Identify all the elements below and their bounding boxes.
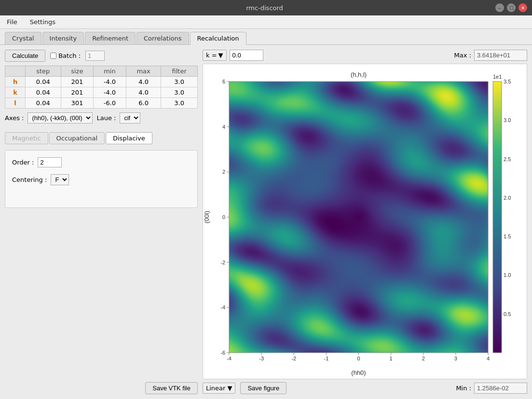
l-size[interactable]: 301 — [61, 98, 94, 109]
linear-dropdown[interactable]: Linear ▼ — [203, 383, 235, 394]
tab-occupational[interactable]: Occupational — [49, 132, 105, 144]
bottom-row-left: Save VTK file — [5, 212, 198, 394]
min-input[interactable] — [474, 383, 527, 394]
plot-container — [203, 64, 527, 379]
minimize-button[interactable]: – — [495, 3, 504, 12]
tab-magnetic[interactable]: Magnetic — [5, 132, 48, 144]
l-min[interactable]: -6.0 — [94, 98, 126, 109]
tab-refinement[interactable]: Refinement — [85, 32, 136, 44]
laue-select[interactable]: cif — [120, 112, 140, 124]
col-step: step — [26, 66, 61, 77]
tab-intensity[interactable]: Intensity — [42, 32, 84, 44]
close-button[interactable]: ✕ — [518, 3, 527, 12]
dropdown-arrow-icon: ▼ — [227, 385, 232, 392]
centering-select[interactable]: F — [51, 174, 69, 185]
chevron-down-icon: ▼ — [218, 52, 223, 59]
axes-label: Axes : — [5, 114, 24, 122]
window-title: rmc-discord — [34, 4, 495, 12]
k-dropdown[interactable]: k = ▼ — [203, 50, 227, 61]
col-min: min — [94, 66, 126, 77]
h-filter[interactable]: 3.0 — [161, 77, 198, 87]
centering-label: Centering : — [12, 176, 47, 183]
k-size[interactable]: 201 — [61, 87, 94, 98]
max-input[interactable] — [474, 50, 527, 61]
k-filter[interactable]: 3.0 — [161, 87, 198, 98]
top-right-row: k = ▼ Max : — [203, 50, 527, 61]
secondary-tabs: Magnetic Occupational Displacive — [5, 132, 198, 144]
k-section: k = ▼ — [203, 50, 263, 61]
tab-crystal[interactable]: Crystal — [5, 32, 41, 44]
max-label: Max : — [454, 52, 471, 59]
k-max[interactable]: 4.0 — [126, 87, 161, 98]
displacive-panel: Order : Centering : F — [5, 150, 198, 208]
max-section: Max : — [454, 50, 527, 61]
window-controls[interactable]: – ☐ ✕ — [495, 3, 527, 12]
row-label-h: h — [5, 77, 26, 87]
linear-label: Linear — [206, 385, 225, 392]
menu-settings[interactable]: Settings — [26, 17, 59, 27]
h-step[interactable]: 0.04 — [26, 77, 61, 87]
right-panel: k = ▼ Max : Linear ▼ — [203, 50, 527, 394]
axes-row: Axes : (hh0), (-kk0), (00l) Laue : cif — [5, 112, 198, 124]
k-min[interactable]: -4.0 — [94, 87, 126, 98]
save-figure-button[interactable]: Save figure — [240, 382, 286, 394]
main-content: Crystal Intensity Refinement Correlation… — [0, 29, 532, 399]
k-value-input[interactable] — [230, 50, 263, 61]
h-max[interactable]: 4.0 — [126, 77, 161, 87]
k-step[interactable]: 0.04 — [26, 87, 61, 98]
menu-bar: File Settings — [0, 15, 532, 29]
menu-file[interactable]: File — [3, 17, 21, 27]
batch-checkbox[interactable] — [50, 53, 56, 59]
title-bar: rmc-discord – ☐ ✕ — [0, 0, 532, 15]
bottom-row-right: Linear ▼ Save figure Min : — [203, 382, 527, 394]
col-empty — [5, 66, 26, 77]
col-size: size — [61, 66, 94, 77]
l-step[interactable]: 0.04 — [26, 98, 61, 109]
laue-label: Laue : — [96, 114, 116, 122]
tab-correlations[interactable]: Correlations — [136, 32, 189, 44]
k-label: k = — [206, 52, 217, 59]
row-label-k: k — [5, 87, 26, 98]
order-label: Order : — [12, 159, 34, 166]
table-row-l: l 0.04 301 -6.0 6.0 3.0 — [5, 98, 198, 109]
left-panel: Calculate Batch : step size min max f — [5, 50, 198, 394]
l-max[interactable]: 6.0 — [126, 98, 161, 109]
content-area: Calculate Batch : step size min max f — [0, 45, 532, 399]
batch-label: Batch : — [50, 52, 81, 59]
tab-recalculation[interactable]: Recalculation — [190, 32, 246, 45]
min-section: Min : — [456, 383, 527, 394]
col-max: max — [126, 66, 161, 77]
table-row-k: k 0.04 201 -4.0 4.0 3.0 — [5, 87, 198, 98]
save-vtk-button[interactable]: Save VTK file — [145, 382, 198, 394]
batch-input[interactable] — [85, 51, 105, 61]
h-min[interactable]: -4.0 — [94, 77, 126, 87]
tab-displacive[interactable]: Displacive — [106, 132, 152, 144]
table-row-h: h 0.04 201 -4.0 4.0 3.0 — [5, 77, 198, 87]
h-size[interactable]: 201 — [61, 77, 94, 87]
heatmap-canvas — [203, 64, 527, 379]
axes-select[interactable]: (hh0), (-kk0), (00l) — [27, 112, 93, 124]
row-label-l: l — [5, 98, 26, 109]
maximize-button[interactable]: ☐ — [507, 3, 516, 12]
col-filter: filter — [161, 66, 198, 77]
toolbar-row: Calculate Batch : — [5, 50, 198, 62]
calculate-button[interactable]: Calculate — [5, 50, 45, 62]
min-label: Min : — [456, 385, 471, 392]
param-table: step size min max filter h 0.04 201 -4.0… — [5, 66, 198, 109]
order-row: Order : — [12, 157, 191, 167]
tabs-bar: Crystal Intensity Refinement Correlation… — [0, 29, 532, 45]
order-input[interactable] — [38, 157, 62, 167]
centering-row: Centering : F — [12, 174, 191, 185]
l-filter[interactable]: 3.0 — [161, 98, 198, 109]
